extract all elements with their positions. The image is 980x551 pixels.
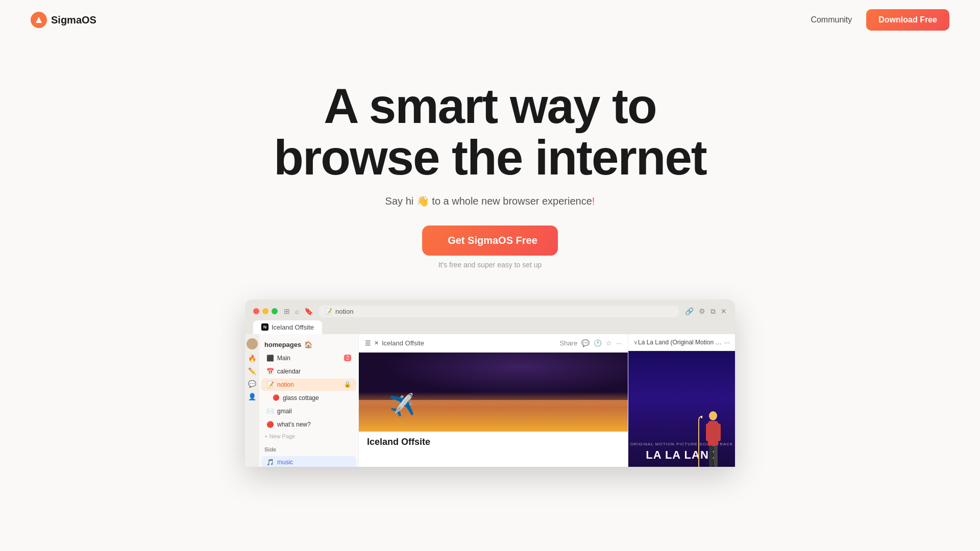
notion-favicon: 📝 [325,308,332,315]
browser-mockup-wrap: ⊞ ⌕ 🔖 📝 notion 🔗 ⚙ ⧉ ✕ N Iceland Offsite [0,299,980,467]
toolbar-left-icons: ⊞ ⌕ 🔖 [284,307,313,315]
notion-tab-icon: N [261,323,268,331]
browser-content: 🔥 ✏️ 💬 👤 homepages 🏠 ⬛ Main 2 📅 ca [245,334,735,467]
settings-icon[interactable]: ⚙ [699,307,705,316]
lamppost-icon [695,416,702,467]
notion-banner: ✈️ [359,353,628,432]
wave-emoji: 👋 [416,195,429,207]
cta-sublabel: It's free and super easy to set up [438,261,542,269]
people-icon: 👤 [248,393,256,400]
tab-label: Iceland Offsite [272,323,314,331]
sidebar-item-whats-new[interactable]: 🔴 what's new? [261,418,356,431]
emoji-icon: 🏠 [304,341,312,348]
calendar-label: calendar [277,368,301,375]
sidebar-item-music[interactable]: 🎵 music [261,456,356,467]
navbar: SigmaOS Community Download Free [0,0,980,40]
nav-right: Community Download Free [811,9,949,31]
notion-favicon-small: ✕ [374,340,379,346]
sidebar-item-glass-cottage[interactable]: 🔴 glass cottage [261,392,356,404]
bookmark-icon: 🔖 [304,307,313,315]
music-panel-header: ∨ La La Land (Original Motion Picture So… [628,334,735,351]
sidebar-homepages: homepages 🏠 [259,338,358,351]
close-button[interactable] [253,308,259,314]
subtitle-pre: Say hi [385,195,416,207]
music-panel-body: ORIGINAL MOTION PICTURE SOUNDTRACK LA LA… [628,351,735,467]
new-page-label: + New Page [264,433,295,439]
svg-point-1 [709,411,717,420]
share-label[interactable]: Share [559,339,577,347]
main-label: Main [277,355,290,362]
subtitle-exclaim: ! [592,195,595,207]
pencil-icon: ✏️ [248,367,256,375]
hero-title: A smart way to browse the internet [274,81,706,184]
music-panel: ∨ La La Land (Original Motion Picture So… [628,334,735,467]
cta-wrap: Get SigmaOS Free It's free and super eas… [422,226,558,269]
hero-title-line2: browse the internet [274,130,706,185]
more-icon[interactable]: ··· [616,339,622,347]
star-icon[interactable]: ☆ [606,339,612,347]
download-free-button[interactable]: Download Free [866,9,949,31]
get-sigmaos-button[interactable]: Get SigmaOS Free [422,226,558,256]
music-label: music [277,459,293,466]
svg-rect-5 [709,445,713,467]
svg-rect-7 [698,421,699,467]
logo[interactable]: SigmaOS [31,12,96,28]
notion-menu-icon: ☰ [365,339,371,347]
sidebar-item-calendar[interactable]: 📅 calendar [261,365,356,378]
person-silhouette [702,411,725,467]
music-icon: 🎵 [266,459,274,466]
subtitle-post: to a whole new browser experience [429,195,592,207]
split-icon[interactable]: ⧉ [710,307,716,316]
hero-section: A smart way to browse the internet Say h… [0,40,980,289]
gmail-label: gmail [277,408,292,415]
browser-tabs: N Iceland Offsite [245,317,735,334]
search-icon[interactable]: ⌕ [295,307,299,315]
browser-main-content: ☰ ✕ Iceland Offsite Share 💬 🕐 ☆ ··· [359,334,628,467]
whats-new-icon: 🔴 [266,421,274,428]
notion-toolbar: ☰ ✕ Iceland Offsite Share 💬 🕐 ☆ ··· [359,334,628,353]
more-icon-music[interactable]: ··· [724,338,730,346]
logo-text: SigmaOS [51,14,96,26]
cta-btn-label: Get SigmaOS Free [448,235,537,246]
fire-icon: 🔥 [248,355,256,362]
user-avatar[interactable] [247,338,258,349]
notion-actions: Share 💬 🕐 ☆ ··· [559,339,622,347]
glass-cottage-label: glass cottage [283,394,319,402]
clock-icon: 🕐 [594,339,602,347]
hero-title-line1: A smart way to [324,79,656,133]
notion-tab-title: ☰ ✕ Iceland Offsite [365,339,424,347]
close-tab-icon[interactable]: ✕ [721,307,727,316]
new-page-link[interactable]: + New Page [259,432,358,441]
traffic-lights [253,308,278,314]
homepages-label: homepages [264,341,301,348]
browser-window: ⊞ ⌕ 🔖 📝 notion 🔗 ⚙ ⧉ ✕ N Iceland Offsite [245,299,735,467]
sidebar-item-gmail[interactable]: ✉️ gmail [261,405,356,417]
sidebar-item-notion[interactable]: 📝 notion 🔒 [261,379,356,391]
airplane-emoji: ✈️ [388,392,416,418]
sidebar-icon-strip: 🔥 ✏️ 💬 👤 [245,334,259,467]
sidebar-item-main[interactable]: ⬛ Main 2 [261,352,356,364]
notion-page-title: Iceland Offsite [359,432,628,450]
community-link[interactable]: Community [811,15,852,24]
toolbar-right-icons: 🔗 ⚙ ⧉ ✕ [685,307,727,316]
maximize-button[interactable] [272,308,278,314]
lock-icon: 🔒 [344,381,351,388]
hero-subtitle: Say hi 👋 to a whole new browser experien… [385,195,595,207]
gmail-icon: ✉️ [266,408,274,415]
whats-new-label: what's new? [277,421,311,428]
main-badge: 2 [344,355,351,361]
notion-icon: 📝 [266,381,274,388]
url-text: notion [335,308,353,315]
active-tab[interactable]: N Iceland Offsite [253,320,322,334]
link-icon: 🔗 [685,307,694,316]
music-track-title: La La Land (Original Motion Picture Soun… [638,339,724,346]
minimize-button[interactable] [262,308,268,314]
logo-icon [31,12,47,28]
calendar-icon: 📅 [266,368,274,375]
notion-page-name: Iceland Offsite [382,339,424,347]
browser-titlebar: ⊞ ⌕ 🔖 📝 notion 🔗 ⚙ ⧉ ✕ [245,299,735,317]
chat-icon: 💬 [248,380,256,388]
comment-icon[interactable]: 💬 [581,339,590,347]
url-bar[interactable]: 📝 notion [319,306,679,317]
browser-sidebar: homepages 🏠 ⬛ Main 2 📅 calendar 📝 notion… [259,334,359,467]
